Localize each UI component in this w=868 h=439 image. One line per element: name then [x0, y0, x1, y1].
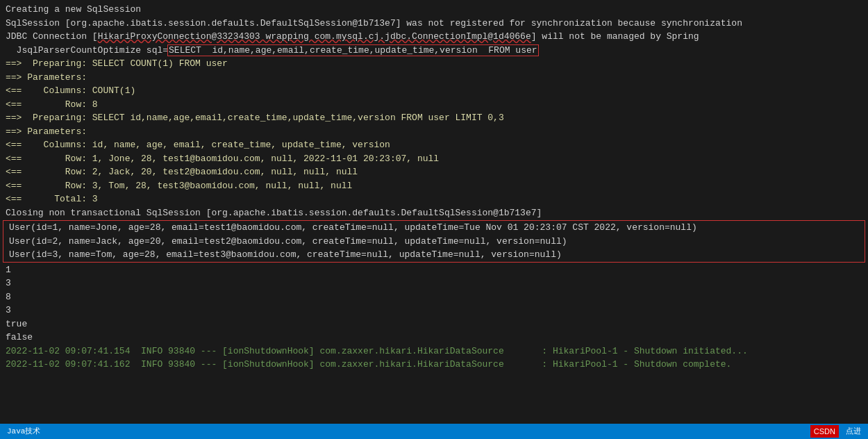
log-line-26: 2022-11-02 09:07:41.154 INFO 93840 --- [… — [0, 345, 868, 358]
log-line-6: ==> Parameters: — [0, 71, 868, 85]
log-line-23: 3 — [0, 304, 868, 317]
csdn-label: CSDN — [810, 425, 839, 438]
log-line-18: User(id=2, name=Jack, age=20, email=test… — [3, 235, 865, 249]
log-line-13: <== Row: 2, Jack, 20, test2@baomidou.com… — [0, 165, 868, 179]
log-line-22: 8 — [0, 290, 868, 304]
log-line-21: 3 — [0, 276, 868, 290]
log-line-11: <== Columns: id, name, age, email, creat… — [0, 138, 868, 152]
log-line-8: <== Row: 8 — [0, 98, 868, 112]
log-line-5: ==> Preparing: SELECT COUNT(1) FROM user — [0, 57, 868, 71]
log-line-1: Creating a new SqlSession — [0, 3, 868, 17]
scroll-content[interactable]: Creating a new SqlSession SqlSession [or… — [0, 3, 868, 421]
log-line-9: ==> Preparing: SELECT id,name,age,email,… — [0, 111, 868, 125]
log-line-27: 2022-11-02 09:07:41.162 INFO 93840 --- [… — [0, 358, 868, 372]
log-line-4: JsqlParserCountOptimize sql=SELECT id,na… — [0, 44, 868, 58]
log-line-16: Closing non transactional SqlSession [or… — [0, 206, 868, 220]
status-bar: Java技术 CSDN 点进 — [0, 424, 868, 439]
log-line-25: false — [0, 331, 868, 345]
log-line-2: SqlSession [org.apache.ibatis.session.de… — [0, 17, 868, 31]
sql-highlight-box: SELECT id,name,age,email,create_time,upd… — [168, 45, 538, 56]
log-line-20: 1 — [0, 263, 868, 277]
log-line-3: JDBC Connection [HikariProxyConnection@3… — [0, 30, 868, 44]
status-bar-label-1: Java技术 — [7, 426, 40, 438]
log-line-14: <== Row: 3, Tom, 28, test3@baomidou.com,… — [0, 179, 868, 193]
status-bar-left: Java技术 — [7, 426, 40, 438]
log-line-24: true — [0, 317, 868, 331]
log-line-10: ==> Parameters: — [0, 125, 868, 139]
log-line-19: User(id=3, name=Tom, age=28, email=test3… — [3, 248, 865, 262]
log-line-7: <== Columns: COUNT(1) — [0, 84, 868, 98]
underlined-connection: HikariProxyConnection@33234303 wrapping … — [98, 31, 531, 42]
log-line-17: User(id=1, name=Jone, age=28, email=test… — [3, 221, 865, 235]
log-line-15: <== Total: 3 — [0, 192, 868, 206]
log-line-12: <== Row: 1, Jone, 28, test1@baomidou.com… — [0, 152, 868, 166]
status-bar-right: CSDN 点进 — [810, 425, 861, 438]
console-container: Creating a new SqlSession SqlSession [or… — [0, 0, 868, 439]
user-output-box: User(id=1, name=Jone, age=28, email=test… — [3, 220, 865, 263]
status-bar-text: 点进 — [846, 426, 861, 438]
